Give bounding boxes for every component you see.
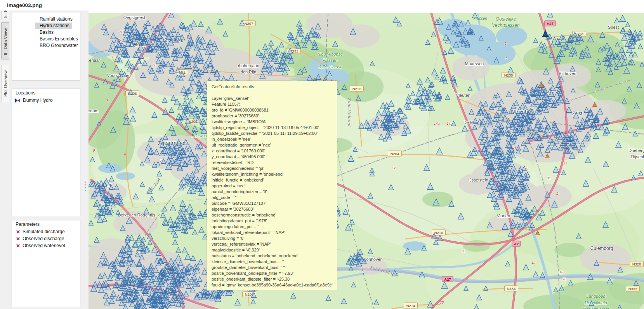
exit-number-label: 14a: [446, 122, 452, 126]
area-label: Landgoed: [587, 294, 606, 299]
town-label: Berkel en Rodenrijs: [118, 213, 155, 217]
layer-item-rainfall-stations[interactable]: Rainfall stations: [35, 16, 72, 23]
selected-station-marker[interactable]: [543, 31, 549, 37]
area-label: & De Haeck: [319, 65, 342, 69]
tooltip-line: x_coordinaat = '101760.000': [212, 148, 337, 154]
svg-text:N484: N484: [507, 286, 516, 291]
tooltip-line: grootste_diameter_bovenkant_buis = '': [212, 265, 337, 271]
map-canvas[interactable]: OegstgeestLeiderdorpLeidenWassenaarVoors…: [89, 13, 644, 309]
parameter-item-label: Simulated discharge: [23, 229, 65, 234]
exit-number-label: 18: [513, 146, 517, 150]
parameter-item-observed-waterlevel[interactable]: ✕Observed waterlevel: [12, 242, 80, 249]
tooltip-line: putcode = 'GMW31C127107': [212, 201, 337, 206]
road-shield: N484: [505, 286, 518, 291]
side-tab-5-f[interactable]: 5 : F: [1, 10, 9, 19]
x-icon: ✕: [15, 243, 21, 249]
svg-text:N212: N212: [352, 87, 361, 91]
layers-list: Rainfall stationsHydro stationsBasinsBas…: [12, 13, 80, 49]
side-tab-6-data-viewer[interactable]: 6 : Data Viewer: [1, 22, 9, 59]
town-label: Alphen aan: [238, 63, 259, 68]
exit-number-label: 98: [392, 166, 396, 170]
exit-number-label: 13: [559, 270, 563, 274]
town-label: Leidschendam: [89, 108, 99, 113]
application-window: image003.png 5 : F6 : Data ViewerPlot Ov…: [0, 0, 644, 309]
town-label: Bilthoven: [559, 71, 576, 76]
sidebar: Rainfall stationsHydro stationsBasinsBas…: [10, 10, 82, 309]
parameter-item-observed-discharge[interactable]: ✕Observed discharge: [12, 235, 80, 242]
area-label: Heerlijkheid: [585, 300, 607, 305]
exit-number-label: 9: [106, 98, 108, 102]
locations-panel: Locations Dummy Hydro: [12, 89, 80, 216]
splitter-grip-dot: [85, 187, 86, 188]
layer-item-bro-groundwater[interactable]: BRO Groundwater: [35, 42, 72, 49]
map-graphics: OegstgeestLeiderdorpLeidenWassenaarVoors…: [89, 13, 644, 309]
tooltip-line: in_onderzoek = 'nee': [212, 136, 337, 142]
svg-text:N204: N204: [391, 152, 399, 156]
parameters-panel-title: Parameters: [12, 220, 80, 228]
town-label: Culemborg: [590, 246, 613, 251]
splitter-grip-dot: [85, 184, 86, 185]
parameter-item-simulated-discharge[interactable]: ✕Simulated discharge: [12, 228, 80, 235]
town-label: Wassenaar: [89, 58, 100, 63]
side-tab-label: Plot Overview: [3, 70, 8, 97]
tooltip-line: initiele_functie = 'onbekend': [212, 177, 337, 183]
tooltip-line: y_coordinaat = '460495.000': [212, 154, 337, 160]
town-label: den Rijn: [241, 70, 256, 74]
tooltip-line: [212, 90, 337, 96]
tooltip-line: bronhouder = '30276683': [212, 113, 337, 119]
exit-number-label: 12: [531, 261, 535, 265]
tooltip-line: positie_bovenkant_ondiepste_filter = '-7…: [212, 271, 337, 276]
svg-text:N210: N210: [434, 230, 443, 235]
side-tab-plot-overview[interactable]: Plot Overview: [1, 65, 9, 102]
town-label: Rijsenburg: [631, 154, 644, 159]
tooltip-line: GetFeatureInfo results:: [212, 84, 337, 90]
town-label: Soest: [608, 25, 619, 30]
x-icon: ✕: [15, 236, 21, 242]
layer-item-basins[interactable]: Basins: [35, 29, 72, 36]
tooltip-line: met_voorgeschiedenis = 'ja': [212, 166, 337, 171]
layer-item-basins-ensembles[interactable]: Basins Ensembles: [35, 36, 72, 42]
svg-text:N207: N207: [245, 21, 253, 26]
tooltip-line: positie_onderkant_diepste_filter = '-25.…: [212, 276, 337, 282]
area-label: Nieuwkoopse: [317, 52, 343, 56]
tooltip-line: Feature 11557:: [212, 101, 337, 107]
town-label: IJsselstein: [468, 178, 488, 182]
tooltip-line: verschuiving = '0': [212, 236, 337, 241]
bowtie-marker-icon: [15, 98, 21, 103]
road-shield: A27: [442, 276, 453, 282]
window-title-bar: image003.png: [0, 0, 644, 10]
exit-number-label: 6: [124, 152, 126, 156]
tooltip-line: aantal_monitoringbuizen = '3': [212, 189, 337, 195]
road-shield: N333: [626, 286, 640, 292]
svg-text:N320: N320: [632, 262, 641, 266]
layers-panel: Rainfall stationsHydro stationsBasinsBas…: [12, 13, 80, 80]
getfeatureinfo-tooltip: GetFeatureInfo results: Layer 'gmw_kense…: [207, 81, 337, 290]
sidebar-splitter[interactable]: [82, 10, 89, 309]
tooltip-line: nitg_code = '': [212, 195, 337, 201]
exit-number-label: 14a: [434, 122, 439, 126]
tooltip-line: kwaliteitsregime = 'IMBRO/A': [212, 119, 337, 125]
location-item-dummy-hydro[interactable]: Dummy Hydro: [12, 97, 80, 104]
area-label: Oostelijke: [496, 16, 516, 22]
splitter-grip-dot: [85, 190, 86, 191]
rotated-map-label: Zuid-Holland: [347, 98, 352, 127]
parameter-item-label: Observed waterlevel: [23, 243, 65, 248]
tooltip-line: tijdstip_registratie_object = '2020-11-1…: [212, 125, 337, 131]
tooltip-line: Layer 'gmw_kenset': [212, 96, 337, 101]
x-icon: ✕: [15, 229, 21, 235]
tooltip-line: kleinste_diameter_bovenkant_buis = '': [212, 259, 337, 265]
side-tab-label: 5 : F: [3, 10, 8, 18]
tooltip-line: opruimingsdatum_put = '': [212, 224, 337, 230]
exit-number-label: 9: [93, 148, 95, 152]
road-shield: N212: [350, 86, 364, 91]
town-label: Driebergen-: [628, 148, 644, 153]
town-label: Oegstgeest: [123, 15, 145, 20]
town-label: Vianen: [497, 213, 510, 218]
svg-text:N333: N333: [628, 287, 637, 291]
exit-number-label: 2: [556, 192, 558, 196]
svg-text:N214: N214: [406, 304, 415, 308]
parameter-item-label: Observed discharge: [23, 236, 64, 241]
layer-item-hydro-stations[interactable]: Hydro stations: [35, 23, 72, 29]
road-shield: N204: [388, 151, 402, 156]
tooltip-line: referentiestelsel = 'RD': [212, 160, 337, 166]
